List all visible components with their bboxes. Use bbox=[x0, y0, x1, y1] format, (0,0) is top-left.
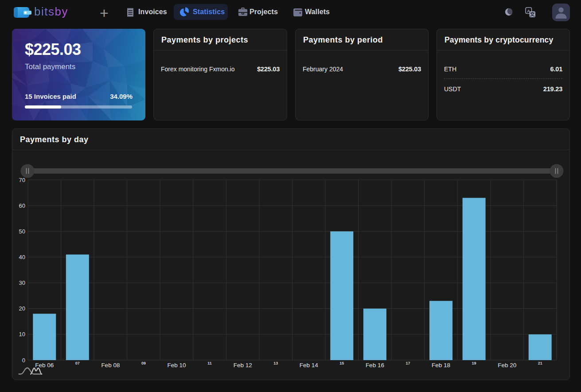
svg-text:19: 19 bbox=[472, 361, 476, 365]
svg-text:Feb 06: Feb 06 bbox=[35, 362, 54, 369]
svg-text:13: 13 bbox=[273, 361, 278, 365]
svg-text:0: 0 bbox=[22, 357, 25, 364]
svg-text:70: 70 bbox=[19, 177, 25, 183]
svg-text:07: 07 bbox=[75, 361, 80, 365]
svg-text:20: 20 bbox=[19, 305, 25, 312]
svg-text:60: 60 bbox=[19, 202, 25, 209]
svg-text:17: 17 bbox=[406, 361, 410, 365]
svg-text:10: 10 bbox=[19, 331, 25, 338]
svg-text:50: 50 bbox=[19, 228, 25, 235]
svg-text:Feb 10: Feb 10 bbox=[167, 362, 186, 369]
svg-text:11: 11 bbox=[207, 361, 212, 365]
svg-text:15: 15 bbox=[339, 361, 344, 365]
svg-text:40: 40 bbox=[19, 254, 25, 260]
svg-text:Feb 18: Feb 18 bbox=[432, 362, 450, 369]
svg-text:Feb 20: Feb 20 bbox=[498, 362, 516, 369]
svg-text:09: 09 bbox=[141, 361, 146, 365]
svg-text:Feb 12: Feb 12 bbox=[234, 362, 252, 369]
svg-text:30: 30 bbox=[19, 279, 25, 286]
svg-text:Feb 08: Feb 08 bbox=[101, 362, 120, 369]
svg-text:Feb 14: Feb 14 bbox=[300, 362, 319, 369]
svg-text:21: 21 bbox=[538, 361, 542, 365]
svg-text:Feb 16: Feb 16 bbox=[366, 362, 384, 369]
